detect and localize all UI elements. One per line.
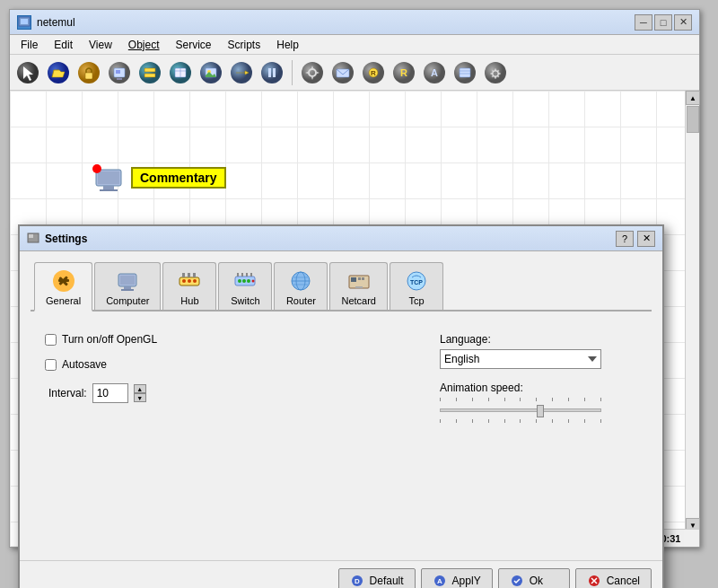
tab-switch[interactable]: Switch bbox=[218, 262, 272, 310]
apply-icon: A bbox=[433, 574, 447, 588]
svg-rect-78 bbox=[355, 286, 363, 288]
general-tab-icon bbox=[51, 268, 76, 294]
interval-spinners: ▲ ▼ bbox=[134, 384, 146, 402]
tool-rlabel[interactable]: R bbox=[390, 58, 418, 87]
tab-tcp-label: Tcp bbox=[408, 295, 424, 306]
autosave-label: Autosave bbox=[62, 358, 107, 371]
svg-rect-68 bbox=[250, 273, 252, 276]
svg-rect-50 bbox=[120, 276, 135, 285]
menu-object[interactable]: Object bbox=[121, 37, 167, 53]
svg-point-61 bbox=[238, 279, 241, 283]
cancel-button[interactable]: Cancel bbox=[575, 568, 652, 589]
tool-arrow[interactable] bbox=[227, 58, 256, 87]
slider-tick-marks-top bbox=[440, 398, 601, 401]
app-icon bbox=[17, 15, 31, 30]
slider-thumb[interactable] bbox=[537, 405, 544, 417]
dialog-title-icon bbox=[27, 233, 39, 245]
autosave-checkbox[interactable] bbox=[45, 359, 57, 371]
tool-settings[interactable] bbox=[298, 58, 327, 87]
tool-gear2[interactable] bbox=[481, 58, 510, 87]
svg-point-55 bbox=[188, 279, 191, 283]
svg-text:R: R bbox=[400, 67, 407, 78]
menu-help[interactable]: Help bbox=[269, 37, 306, 53]
cancel-label: Cancel bbox=[607, 575, 640, 587]
interval-up-button[interactable]: ▲ bbox=[134, 384, 146, 393]
svg-point-22 bbox=[302, 62, 323, 83]
menu-bar: File Edit View Object Service Scripts He… bbox=[10, 35, 699, 55]
tool-device[interactable] bbox=[105, 58, 134, 87]
menu-file[interactable]: File bbox=[13, 37, 45, 53]
tab-netcard[interactable]: Netcard bbox=[329, 262, 388, 310]
scrollbar-vertical[interactable]: ▲ ▼ ▶ bbox=[685, 91, 699, 547]
svg-rect-67 bbox=[246, 273, 248, 276]
interval-down-button[interactable]: ▼ bbox=[134, 393, 146, 402]
slider-track[interactable] bbox=[440, 408, 601, 412]
hub-tab-icon bbox=[177, 268, 202, 294]
toolbar: R R A bbox=[10, 55, 699, 91]
default-button[interactable]: D Default bbox=[338, 568, 416, 589]
settings-tab-bar: General Computer bbox=[31, 262, 652, 312]
svg-rect-9 bbox=[117, 78, 122, 80]
settings-content: Turn on/off OpenGL Autosave Interval: 10… bbox=[31, 326, 652, 432]
menu-edit[interactable]: Edit bbox=[47, 37, 80, 53]
tab-hub[interactable]: Hub bbox=[162, 262, 216, 310]
device-status-dot bbox=[92, 164, 101, 173]
animation-speed-slider[interactable] bbox=[440, 398, 601, 423]
svg-text:TCP: TCP bbox=[410, 279, 423, 285]
commentary-label: Commentary bbox=[131, 167, 226, 189]
tab-router-label: Router bbox=[286, 295, 316, 306]
tool-connect[interactable] bbox=[136, 58, 164, 87]
switch-tab-icon bbox=[232, 268, 258, 294]
tool-pause[interactable] bbox=[258, 58, 286, 87]
scroll-up-button[interactable]: ▲ bbox=[686, 91, 700, 105]
svg-point-64 bbox=[252, 280, 255, 283]
dialog-help-button[interactable]: ? bbox=[616, 231, 634, 247]
tool-router[interactable]: R bbox=[359, 58, 388, 87]
opengl-checkbox[interactable] bbox=[45, 334, 57, 346]
dialog-close-button[interactable]: ✕ bbox=[637, 231, 655, 247]
svg-rect-65 bbox=[237, 273, 239, 276]
maximize-button[interactable]: □ bbox=[654, 14, 672, 31]
menu-scripts[interactable]: Scripts bbox=[221, 37, 268, 53]
menu-service[interactable]: Service bbox=[169, 37, 219, 53]
dialog-footer: D Default A ApplY Ok bbox=[20, 560, 662, 588]
language-label: Language: bbox=[440, 333, 637, 346]
minimize-button[interactable]: ─ bbox=[635, 14, 652, 31]
menu-view[interactable]: View bbox=[82, 37, 119, 53]
apply-button[interactable]: A ApplY bbox=[421, 568, 493, 589]
dialog-title-bar: Settings ? ✕ bbox=[20, 226, 662, 251]
svg-rect-8 bbox=[116, 70, 120, 74]
tool-table[interactable] bbox=[166, 58, 195, 87]
svg-rect-59 bbox=[193, 273, 196, 277]
opengl-label: Turn on/off OpenGL bbox=[62, 333, 157, 346]
tab-computer[interactable]: Computer bbox=[94, 262, 161, 310]
tool-network[interactable] bbox=[451, 58, 479, 87]
interval-label: Interval: bbox=[48, 387, 87, 399]
toolbar-separator-1 bbox=[292, 60, 293, 85]
scroll-thumb-vertical[interactable] bbox=[687, 106, 699, 133]
svg-point-38 bbox=[494, 71, 498, 75]
tool-image[interactable] bbox=[197, 58, 225, 87]
apply-label: ApplY bbox=[452, 575, 481, 587]
tab-tcp[interactable]: TCP Tcp bbox=[390, 262, 443, 310]
dialog-title-controls: ? ✕ bbox=[616, 231, 655, 247]
tool-lock[interactable] bbox=[74, 58, 103, 87]
tab-switch-label: Switch bbox=[231, 295, 259, 306]
tab-hub-label: Hub bbox=[180, 295, 198, 306]
canvas-object-commentary[interactable]: Commentary bbox=[91, 162, 127, 198]
svg-rect-5 bbox=[85, 73, 92, 79]
ok-button[interactable]: Ok bbox=[498, 568, 570, 589]
title-controls: ─ □ ✕ bbox=[635, 14, 692, 31]
tool-email[interactable] bbox=[328, 58, 357, 87]
tab-router[interactable]: Router bbox=[274, 262, 328, 310]
tool-alabel[interactable]: A bbox=[420, 58, 449, 87]
tab-netcard-label: Netcard bbox=[341, 295, 376, 306]
default-icon: D bbox=[350, 574, 364, 588]
interval-input[interactable]: 10 bbox=[92, 383, 128, 403]
close-button[interactable]: ✕ bbox=[674, 14, 692, 31]
slider-tick-marks-bottom bbox=[440, 419, 601, 423]
tab-general[interactable]: General bbox=[34, 262, 92, 312]
tool-open[interactable] bbox=[44, 58, 73, 87]
tool-select[interactable] bbox=[13, 58, 42, 87]
language-select[interactable]: English Russian German French bbox=[440, 349, 601, 369]
